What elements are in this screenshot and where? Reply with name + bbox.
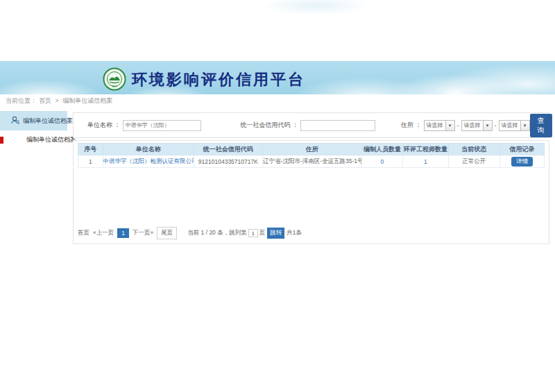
district-select[interactable]: 请选择 ▾	[499, 120, 530, 131]
page-unit-label: 页	[259, 229, 266, 237]
sidebar-item-label: 编制单位诚信档案	[26, 135, 76, 144]
breadcrumb-separator: >	[56, 97, 59, 104]
chevron-down-icon: ▾	[520, 121, 529, 130]
person-search-icon	[11, 114, 19, 127]
col-staff-count: 编制人员数量	[361, 144, 403, 155]
search-button[interactable]: 查询	[530, 114, 552, 137]
staff-count-link[interactable]: 0	[381, 158, 384, 165]
district-select-value: 请选择	[500, 121, 520, 129]
page-info: 当前 1 / 20 条，跳到第	[187, 229, 247, 237]
page-first-button[interactable]: 首页	[78, 229, 89, 237]
address-dash: -	[457, 122, 459, 129]
province-select[interactable]: 请选择 ▾	[424, 120, 455, 131]
pagination: 首页 «上一页 1 下一页» 尾页 当前 1 / 20 条，跳到第 页 跳转 共…	[78, 227, 545, 239]
col-credit-record: 信用记录	[500, 144, 545, 155]
chevron-down-icon: ▾	[445, 121, 454, 130]
col-credit-code: 统一社会信用代码	[194, 144, 262, 155]
sidebar-item-archives[interactable]: 编制单位诚信档案	[0, 130, 67, 149]
col-address: 住所	[263, 144, 361, 155]
city-select[interactable]: 请选择 ▾	[461, 120, 493, 131]
breadcrumb: 当前位置：首页 > 编制单位诚信档案	[6, 96, 114, 105]
active-marker	[0, 137, 3, 144]
page-next-button[interactable]: 下一页»	[133, 229, 153, 237]
table-row: 1 中谱华宇（沈阳）检测认证有限公司 91210104335710717K 辽宁…	[78, 155, 545, 168]
col-engineer-count: 环评工程师数量	[403, 144, 448, 155]
sidebar: 编制单位诚信档案 编制单位诚信档案	[0, 111, 67, 149]
cell-address: 辽宁省-沈阳市-浑南区-全运五路35-1号楼902	[263, 155, 361, 168]
page-jump-input[interactable]	[248, 229, 258, 237]
breadcrumb-current: 编制单位诚信档案	[62, 97, 112, 104]
col-unit-name: 单位名称	[103, 144, 194, 155]
cell-index: 1	[78, 155, 103, 168]
page: MEE 环境影响评价信用平台 当前位置：首页 > 编制单位诚信档案 编制单位诚信…	[0, 0, 555, 392]
breadcrumb-prefix: 当前位置：	[6, 97, 37, 104]
unit-name-input[interactable]	[123, 120, 201, 131]
city-select-value: 请选择	[462, 121, 483, 129]
page-title: 环境影响评价信用平台	[132, 69, 305, 90]
detail-button[interactable]: 详情	[511, 157, 533, 167]
address-dash: -	[495, 122, 497, 129]
results-panel: 序号 单位名称 统一社会信用代码 住所 编制人员数量 环评工程师数量 当前状态 …	[73, 140, 549, 244]
filter-panel: 单位名称 ： 统一社会信用代码 ： 住所 ： 请选择 ▾ - 请选择 ▾ - 请…	[73, 112, 549, 138]
chevron-down-icon: ▾	[483, 121, 492, 130]
credit-code-label: 统一社会信用代码 ：	[241, 121, 299, 130]
credit-code-input[interactable]	[300, 120, 375, 131]
unit-name-link[interactable]: 中谱华宇（沈阳）检测认证有限公司	[103, 157, 194, 164]
results-table: 序号 单位名称 统一社会信用代码 住所 编制人员数量 环评工程师数量 当前状态 …	[78, 143, 545, 168]
breadcrumb-home-link[interactable]: 首页	[39, 97, 51, 104]
province-select-value: 请选择	[425, 121, 445, 129]
col-index: 序号	[78, 144, 103, 155]
page-current: 1	[117, 228, 129, 238]
page-last-button[interactable]: 尾页	[157, 227, 177, 239]
mee-logo-icon: MEE	[103, 67, 126, 91]
sidebar-section-label: 编制单位诚信档案	[23, 117, 73, 126]
page-go-button[interactable]: 跳转	[267, 228, 284, 239]
total-count-label: 共1条	[287, 229, 302, 237]
svg-text:MEE: MEE	[112, 85, 117, 88]
col-status: 当前状态	[448, 144, 500, 155]
unit-name-label: 单位名称 ：	[87, 121, 121, 130]
sidebar-section-archives[interactable]: 编制单位诚信档案	[0, 111, 67, 130]
top-whitespace	[0, 0, 555, 61]
cell-status: 正常公开	[448, 155, 500, 168]
engineer-count-link[interactable]: 1	[424, 158, 427, 165]
cell-credit-code: 91210104335710717K	[194, 155, 262, 168]
page-prev-button[interactable]: «上一页	[93, 229, 114, 237]
address-label: 住所 ：	[401, 121, 422, 130]
table-header-row: 序号 单位名称 统一社会信用代码 住所 编制人员数量 环评工程师数量 当前状态 …	[78, 144, 545, 155]
